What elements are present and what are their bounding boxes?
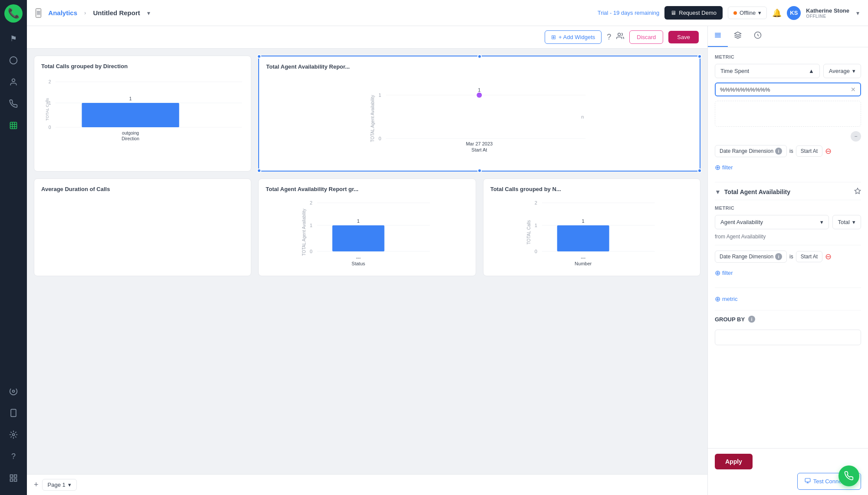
save-button[interactable]: Save: [668, 31, 699, 43]
add-page-button[interactable]: +: [34, 480, 39, 489]
user-avatar: KS: [787, 6, 801, 20]
is-label-2: is: [789, 254, 793, 260]
resize-handle-tl[interactable]: [257, 54, 261, 59]
page-tab[interactable]: Page 1 ▾: [42, 479, 77, 491]
plus-icon: ⊞: [551, 34, 556, 40]
filter-remove-button-1[interactable]: ⊖: [825, 146, 832, 156]
agent-availability-select[interactable]: Agent Availability ▾: [715, 215, 829, 229]
svg-text:n: n: [582, 114, 584, 119]
resize-handle-bl[interactable]: [257, 168, 261, 173]
svg-rect-2: [10, 122, 17, 129]
svg-text:0: 0: [310, 249, 312, 254]
chart5-title: Total Calls grouped by N...: [490, 186, 693, 192]
group-by-input[interactable]: [715, 330, 861, 345]
svg-point-3: [13, 390, 15, 393]
filter-row-2: Date Range Dimension i is Start At ⊖: [715, 251, 861, 263]
chart3-title: Total Agent Availability Repor...: [266, 63, 693, 70]
resize-handle-tm[interactable]: [477, 54, 482, 59]
user-status: OFFLINE: [806, 14, 849, 19]
resize-handle-br[interactable]: [697, 168, 702, 173]
add-filter-button-2[interactable]: ⊕ filter: [715, 267, 733, 279]
resize-handle-tr[interactable]: [697, 54, 702, 59]
panel-tab-settings[interactable]: [708, 26, 728, 47]
sidebar-item-person[interactable]: [4, 73, 23, 91]
svg-rect-10: [14, 479, 17, 482]
sidebar-item-flag[interactable]: ⚑: [4, 30, 23, 48]
sidebar-item-calls[interactable]: [4, 95, 23, 113]
apply-button[interactable]: Apply: [715, 454, 753, 469]
svg-text:---: ---: [581, 255, 585, 260]
metric-label-2: Metric: [715, 205, 861, 211]
agent-availability-icon-button[interactable]: [854, 188, 861, 196]
start-at-badge[interactable]: Start At: [796, 145, 822, 157]
status-dropdown[interactable]: Offline ▾: [728, 7, 767, 19]
divider-1: [715, 182, 861, 182]
status-indicator: [733, 11, 737, 15]
date-range-info-icon[interactable]: i: [775, 148, 782, 155]
sidebar-item-grid[interactable]: [4, 469, 23, 487]
app-logo[interactable]: 📞: [4, 4, 23, 23]
svg-text:0: 0: [379, 136, 381, 141]
notification-button[interactable]: 🔔: [772, 8, 782, 18]
charts-area: Total Calls grouped by Direction 2 1 0 T…: [27, 49, 707, 474]
panel-tab-filter[interactable]: [728, 26, 748, 47]
average-select[interactable]: Average ▾: [823, 64, 861, 78]
date-range-info-icon-2[interactable]: i: [775, 253, 782, 260]
section-collapse-button[interactable]: ▼: [715, 188, 721, 195]
request-demo-button[interactable]: 🖥 Request Demo: [664, 6, 723, 20]
svg-rect-62: [805, 478, 810, 482]
hamburger-button[interactable]: ≡: [36, 8, 41, 18]
floating-phone-button[interactable]: [838, 465, 859, 486]
group-by-info-icon[interactable]: i: [748, 316, 755, 323]
time-spent-select[interactable]: Time Spent ▲: [715, 64, 820, 78]
resize-handle-bm[interactable]: [477, 168, 482, 173]
svg-text:Direction: Direction: [122, 136, 139, 141]
discard-button[interactable]: Discard: [629, 30, 663, 44]
report-dropdown-button[interactable]: ▾: [147, 10, 150, 16]
help-icon-button[interactable]: ?: [607, 33, 611, 42]
sidebar-item-phone[interactable]: [4, 404, 23, 422]
sidebar-item-analytics[interactable]: [4, 116, 23, 135]
svg-text:1: 1: [478, 87, 481, 92]
connection-icon: [805, 478, 811, 485]
total-select[interactable]: Total ▾: [832, 215, 861, 229]
user-dropdown-button[interactable]: ▾: [856, 10, 859, 16]
group-by-row: GROUP BY i: [715, 316, 861, 323]
sidebar-item-help[interactable]: ?: [4, 447, 23, 465]
date-range-badge-2[interactable]: Date Range Dimension i: [715, 251, 787, 263]
chart-total-agent-availability[interactable]: Total Agent Availability Repor... 1 0 TO…: [258, 56, 700, 172]
chart-calls-number[interactable]: Total Calls grouped by N... 2 1 0 TOTAL …: [483, 178, 700, 276]
panel-tab-circle[interactable]: [748, 26, 768, 47]
svg-rect-41: [332, 225, 385, 251]
chart-avg-duration[interactable]: Average Duration of Calls: [34, 178, 251, 276]
metric-search-clear-button[interactable]: ✕: [851, 86, 856, 93]
date-range-badge[interactable]: Date Range Dimension i: [715, 145, 787, 157]
svg-marker-59: [735, 32, 741, 36]
add-filter-button-1[interactable]: ⊕ filter: [715, 162, 733, 173]
sidebar-item-integrations[interactable]: [4, 382, 23, 400]
add-widgets-button[interactable]: ⊞ + Add Widgets: [545, 30, 602, 44]
metric-delete-button[interactable]: −: [851, 131, 861, 142]
user-manage-button[interactable]: [616, 32, 624, 42]
divider-3: [715, 287, 861, 288]
chart-total-calls-direction[interactable]: Total Calls grouped by Direction 2 1 0 T…: [34, 56, 251, 172]
sidebar-item-home[interactable]: [4, 51, 23, 69]
metric-search-input[interactable]: [720, 86, 851, 93]
report-area: ⊞ + Add Widgets ? Discard Save Total Cal…: [27, 26, 707, 495]
svg-rect-52: [557, 225, 609, 251]
svg-text:2: 2: [49, 79, 51, 84]
start-at-badge-2[interactable]: Start At: [796, 251, 822, 262]
sidebar-bottom: ?: [4, 382, 23, 487]
time-spent-chevron-up: ▲: [809, 68, 814, 74]
chart-agent-availability-status[interactable]: Total Agent Availability Report gr... 2 …: [258, 178, 476, 276]
nav-analytics-link[interactable]: Analytics: [48, 9, 77, 16]
add-metric-button[interactable]: ⊕ metric: [715, 293, 737, 305]
chart5-container: 2 1 0 TOTAL Calls 1 --- Number: [490, 198, 693, 269]
nav-breadcrumb-chevron: ›: [84, 10, 86, 16]
filter-remove-button-2[interactable]: ⊖: [825, 252, 832, 261]
sidebar-item-settings[interactable]: [4, 426, 23, 444]
svg-text:2: 2: [534, 200, 537, 205]
svg-point-1: [12, 79, 15, 82]
top-nav: ≡ Analytics › Untitled Report ▾ Trial - …: [27, 0, 868, 26]
svg-text:1: 1: [582, 218, 584, 224]
